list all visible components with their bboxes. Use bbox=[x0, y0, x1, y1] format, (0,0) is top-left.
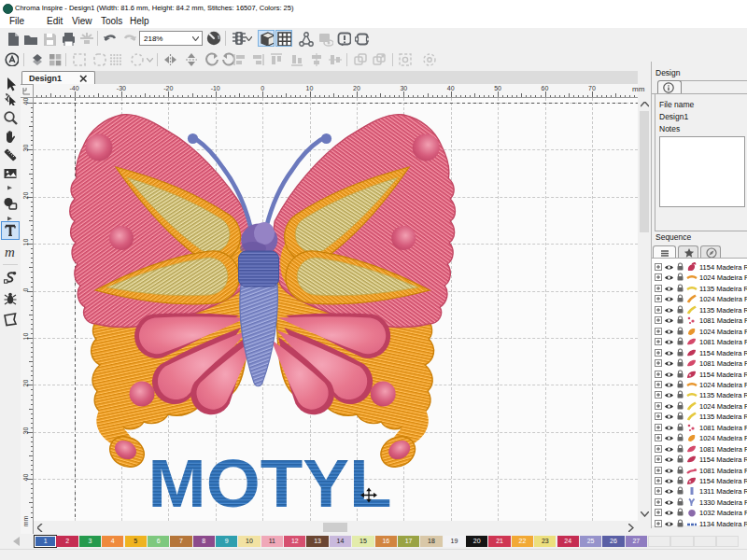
svg-text:m: m bbox=[5, 245, 15, 259]
svg-text:MOTYL: MOTYL bbox=[148, 445, 392, 521]
